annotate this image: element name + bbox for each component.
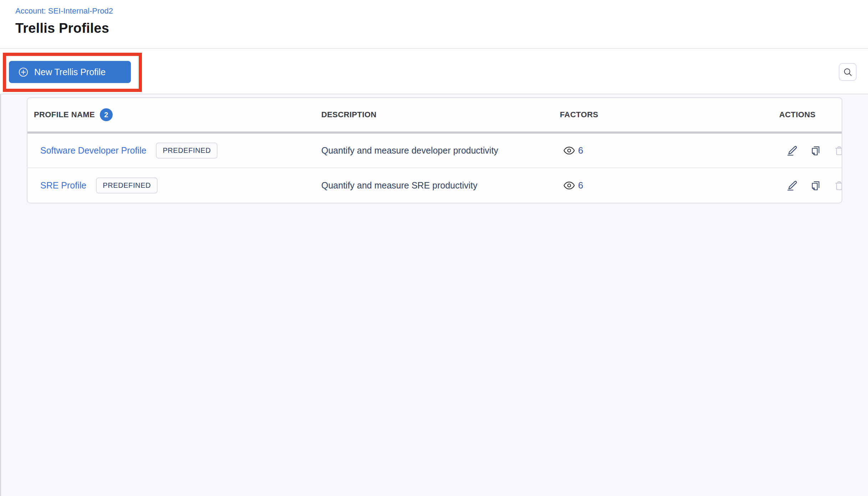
plus-circle-icon bbox=[18, 67, 29, 77]
column-header-actions: ACTIONS bbox=[752, 110, 842, 119]
column-header-factors: FACTORS bbox=[560, 110, 752, 119]
delete-button[interactable] bbox=[833, 145, 842, 156]
predefined-tag: PREDEFINED bbox=[156, 143, 218, 159]
new-trellis-profile-button[interactable]: New Trellis Profile bbox=[9, 61, 131, 83]
search-icon bbox=[843, 67, 853, 77]
edit-button[interactable] bbox=[786, 180, 798, 191]
column-header-description: DESCRIPTION bbox=[321, 110, 560, 119]
copy-button[interactable] bbox=[810, 180, 821, 191]
profile-count-badge: 2 bbox=[100, 108, 113, 121]
profile-description: Quantify and measure developer productiv… bbox=[321, 145, 560, 156]
profile-description: Quantify and measure SRE productivity bbox=[321, 180, 560, 191]
delete-button[interactable] bbox=[833, 180, 842, 191]
account-breadcrumb-link[interactable]: Account: SEI-Internal-Prod2 bbox=[15, 6, 113, 16]
copy-button[interactable] bbox=[810, 145, 821, 156]
page-header: Account: SEI-Internal-Prod2 Trellis Prof… bbox=[0, 0, 868, 49]
eye-icon bbox=[563, 181, 575, 190]
edit-button[interactable] bbox=[786, 145, 798, 156]
view-factors[interactable]: 6 bbox=[560, 145, 752, 156]
profiles-table: PROFILE NAME 2 DESCRIPTION FACTORS ACTIO… bbox=[27, 97, 842, 203]
search-button[interactable] bbox=[839, 63, 857, 81]
profile-link[interactable]: Software Developer Profile bbox=[40, 145, 146, 156]
factors-count: 6 bbox=[578, 145, 583, 156]
profile-link[interactable]: SRE Profile bbox=[40, 180, 86, 191]
toolbar: New Trellis Profile bbox=[0, 49, 868, 94]
column-header-profile-name: PROFILE NAME bbox=[34, 110, 95, 119]
eye-icon bbox=[563, 146, 575, 155]
factors-count: 6 bbox=[578, 180, 583, 191]
predefined-tag: PREDEFINED bbox=[96, 177, 158, 193]
new-trellis-profile-button-label: New Trellis Profile bbox=[34, 67, 106, 77]
table-header-row: PROFILE NAME 2 DESCRIPTION FACTORS ACTIO… bbox=[27, 98, 842, 134]
table-row: SRE Profile PREDEFINED Quantify and meas… bbox=[27, 168, 842, 203]
view-factors[interactable]: 6 bbox=[560, 180, 752, 191]
page-title: Trellis Profiles bbox=[15, 21, 109, 36]
table-row: Software Developer Profile PREDEFINED Qu… bbox=[27, 134, 842, 168]
